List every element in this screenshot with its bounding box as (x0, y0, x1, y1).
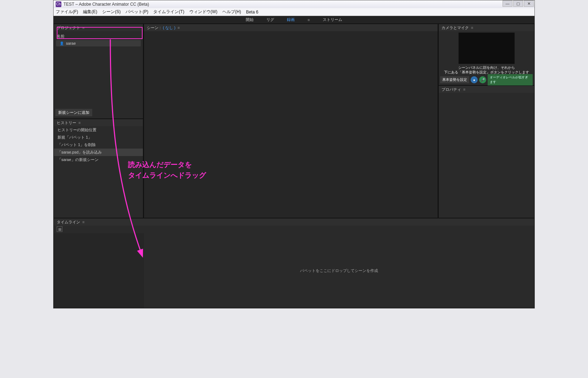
workspace-rig[interactable]: リグ (265, 16, 276, 23)
timeline-panel-menu-icon[interactable]: ≡ (82, 220, 84, 224)
camera-panel-title: カメラとマイク (442, 25, 469, 30)
audio-level-indicator: オーディオレベルが低すぎます (488, 74, 533, 85)
menu-puppet[interactable]: パペット(P) (126, 9, 148, 15)
camera-panel-menu-icon[interactable]: ≡ (471, 26, 473, 30)
menu-help[interactable]: ヘルプ(H) (222, 9, 241, 15)
maximize-button[interactable]: ▢ (513, 0, 523, 7)
mic-toggle-icon[interactable]: 🎤 (479, 76, 486, 83)
workspace-stream[interactable]: ストリーム (321, 16, 344, 23)
project-panel-menu-icon[interactable]: ≡ (82, 26, 84, 30)
history-item[interactable]: 「sarae」の新規シーン (54, 156, 143, 163)
webcam-toggle-icon[interactable]: ● (471, 76, 478, 83)
menu-window[interactable]: ウィンドウ(W) (189, 9, 217, 15)
add-to-new-scene-button[interactable]: 新規シーンに追加 (55, 109, 92, 116)
history-item[interactable]: 新規「パペット 1」 (54, 134, 143, 141)
project-panel: プロジェクト ≡ 名前 👤 sarae 新規シーンに追加 (54, 24, 143, 119)
project-item-label: sarae (66, 41, 76, 45)
workspace-tabs: 開始 リグ 録画 ≡ ストリーム (54, 16, 534, 24)
project-column-name: 名前 (56, 33, 141, 40)
project-panel-title: プロジェクト (57, 25, 80, 30)
history-panel-menu-icon[interactable]: ≡ (78, 121, 81, 125)
menu-edit[interactable]: 編集(E) (83, 9, 97, 15)
menu-bar: ファイル(F) 編集(E) シーン(S) パペット(P) タイムライン(T) ウ… (54, 8, 534, 16)
history-item[interactable]: 「sarae.psd」を読み込み (54, 149, 143, 156)
workspace-record[interactable]: 録画 (285, 16, 296, 23)
menu-timeline[interactable]: タイムライン(T) (153, 9, 184, 15)
timeline-track-header-area (54, 233, 144, 308)
timeline-panel: タイムライン ≡ ▦ パペットをここにドロップしてシーンを作成 (54, 218, 534, 308)
scene-panel: シーン : ( なし ) ≡ (144, 24, 438, 218)
menu-scene[interactable]: シーン(S) (102, 9, 121, 15)
set-pose-button[interactable]: 基本姿勢を設定 (440, 76, 469, 83)
app-icon: Ch (56, 1, 61, 7)
window-titlebar: Ch TEST – Adobe Character Animator CC (B… (54, 0, 534, 8)
properties-panel: プロパティ ≡ (438, 85, 534, 218)
menu-beta: Beta 6 (246, 10, 259, 15)
camera-mic-panel: カメラとマイク ≡ シーンパネルに顔を向け、それから 下にある「基本姿勢を設定」… (438, 24, 534, 85)
history-panel: ヒストリー ≡ ヒストリーの開始位置新規「パペット 1」「パペット 1」を削除「… (54, 119, 143, 218)
timeline-panel-title: タイムライン (57, 219, 80, 225)
close-button[interactable]: ✕ (524, 0, 534, 7)
scene-panel-menu-icon[interactable]: ≡ (178, 26, 180, 30)
timeline-tool-icon[interactable]: ▦ (57, 226, 62, 232)
history-item[interactable]: 「パペット 1」を削除 (54, 141, 143, 149)
properties-panel-menu-icon[interactable]: ≡ (463, 87, 465, 91)
window-title: TEST – Adobe Character Animator CC (Beta… (63, 2, 149, 7)
camera-preview (459, 33, 515, 64)
workspace-start[interactable]: 開始 (244, 16, 255, 23)
scene-name-none: ( なし ) (163, 25, 175, 30)
minimize-button[interactable]: — (503, 0, 512, 7)
scene-panel-label: シーン : (147, 25, 161, 30)
workspace-menu-icon[interactable]: ≡ (306, 17, 311, 23)
camera-hint-text: シーンパネルに顔を向け、それから 下にある「基本姿勢を設定」ボタンをクリックしま… (444, 65, 529, 74)
project-item-sarae[interactable]: 👤 sarae (56, 40, 141, 46)
scene-viewport[interactable] (144, 31, 438, 218)
history-panel-title: ヒストリー (57, 120, 76, 126)
puppet-icon: 👤 (60, 41, 64, 45)
history-item[interactable]: ヒストリーの開始位置 (54, 126, 143, 134)
menu-file[interactable]: ファイル(F) (56, 9, 78, 15)
timeline-drop-zone[interactable]: パペットをここにドロップしてシーンを作成 (145, 235, 533, 306)
properties-panel-title: プロパティ (442, 87, 461, 92)
